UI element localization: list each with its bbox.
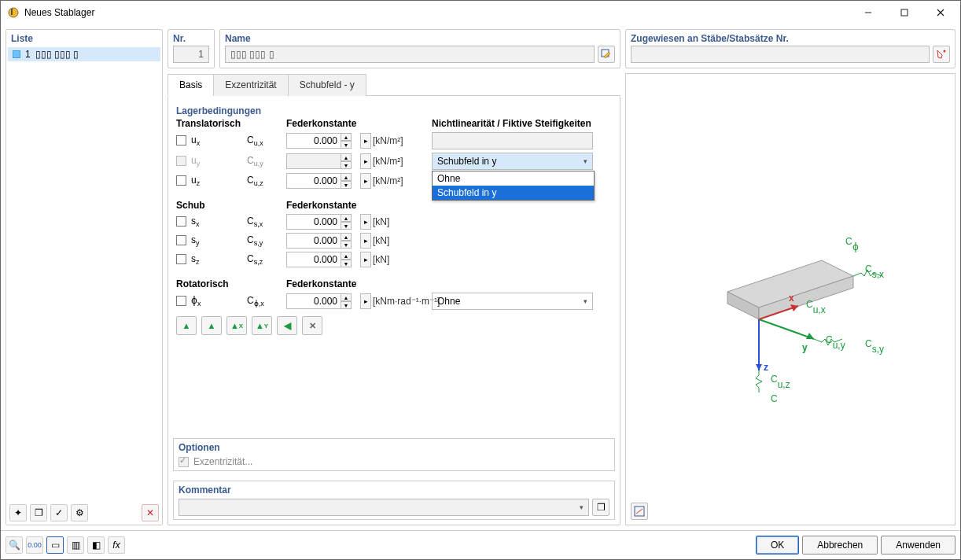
unit-csx: [kN] — [373, 216, 432, 227]
input-cuz[interactable] — [286, 173, 341, 189]
section-kommentar: Kommentar — [179, 484, 609, 496]
label-sz: sz — [191, 253, 200, 266]
label-phix: ϕx — [191, 295, 201, 308]
chk-sx[interactable] — [176, 216, 186, 227]
preset-2-button[interactable]: ▲ — [201, 316, 222, 335]
view1-button[interactable]: ▭ — [46, 536, 64, 554]
combo-phix-nonlin[interactable]: Ohne ▾ — [432, 293, 593, 310]
preset-y-button[interactable]: ▲Y — [252, 316, 272, 335]
minimize-button[interactable] — [850, 1, 886, 24]
preset-cross-button[interactable]: ✕ — [302, 316, 322, 335]
chk-uz[interactable] — [176, 175, 186, 186]
spin-csy[interactable]: ▲▼ — [341, 233, 352, 249]
combo-uy-nonlin[interactable]: Schubfeld in y ▾ Ohne Schubfeld in y — [432, 153, 593, 170]
hdr-nichtlinearitaet: Nichtlinearität / Fiktive Steifigkeiten — [432, 118, 612, 129]
spin-csx[interactable]: ▲▼ — [341, 214, 352, 230]
preview-diagram: z y x Cs,x Cϕ Cu,y — [688, 197, 893, 402]
label-sx: sx — [191, 216, 200, 228]
dialog-footer: 🔍 0.00 ▭ ▥ ◧ fx OK Abbrechen Anwenden — [1, 530, 960, 559]
input-cphix[interactable] — [286, 293, 341, 309]
hdr-schub: Schub — [176, 200, 247, 211]
expand-cux[interactable]: ▸ — [360, 133, 371, 149]
view2-button[interactable]: ▥ — [67, 536, 84, 554]
settings-button[interactable]: ⚙ — [71, 504, 88, 521]
unit-csy: [kN] — [373, 235, 432, 246]
nr-field[interactable]: 1 — [173, 46, 209, 63]
input-csz[interactable] — [286, 252, 341, 267]
combo-uy-option-ohne[interactable]: Ohne — [433, 171, 594, 186]
chk-ux[interactable] — [176, 135, 186, 146]
ok-button[interactable]: OK — [756, 536, 799, 554]
maximize-button[interactable] — [886, 1, 922, 24]
tab-basis[interactable]: Basis — [168, 74, 214, 96]
cancel-button[interactable]: Abbrechen — [802, 536, 878, 554]
label-exzentrizitaet: Exzentrizität... — [193, 456, 252, 467]
list-panel: Liste 1 ▯▯▯ ▯▯▯ ▯ ✦ ❐ ✓ ⚙ ✕ — [6, 29, 163, 525]
preset-sound-button[interactable]: ◀ — [277, 316, 297, 335]
delete-button[interactable]: ✕ — [142, 504, 159, 521]
spin-cux[interactable]: ▲▼ — [341, 133, 352, 149]
check-button[interactable]: ✓ — [50, 504, 68, 521]
input-csx[interactable] — [286, 214, 341, 230]
name-field[interactable]: ▯▯▯ ▯▯▯ ▯ — [225, 46, 595, 63]
nr-title: Nr. — [168, 30, 214, 46]
expand-cphix[interactable]: ▸ — [360, 293, 371, 309]
spin-csz[interactable]: ▲▼ — [341, 252, 352, 267]
help-button[interactable]: 🔍 — [6, 536, 23, 554]
pick-members-button[interactable] — [933, 46, 950, 63]
tab-exzentrizitaet[interactable]: Exzentrizität — [213, 74, 288, 96]
preview-settings-button[interactable] — [631, 503, 648, 520]
expand-csy[interactable]: ▸ — [360, 233, 371, 249]
hdr-federkonstante-1: Federkonstante — [286, 118, 432, 129]
expand-csx[interactable]: ▸ — [360, 214, 371, 230]
assign-field[interactable] — [631, 46, 930, 63]
label-uy: uy — [191, 155, 200, 168]
window-title: Neues Stablager — [24, 7, 850, 18]
section-optionen: Optionen — [179, 442, 609, 453]
svg-marker-12 — [756, 364, 762, 370]
svg-text:Cs,z: Cs,z — [771, 393, 790, 402]
copy-item-button[interactable]: ❐ — [30, 504, 47, 521]
svg-text:Cu,y: Cu,y — [826, 334, 845, 351]
view3-button[interactable]: ◧ — [87, 536, 105, 554]
fx-button[interactable]: fx — [108, 536, 125, 554]
apply-button[interactable]: Anwenden — [881, 536, 955, 554]
chevron-down-icon: ▾ — [580, 503, 584, 511]
expand-csz[interactable]: ▸ — [360, 252, 371, 267]
chk-phix[interactable] — [176, 296, 186, 306]
svg-text:Cϕ: Cϕ — [845, 236, 859, 252]
combo-phix-value: Ohne — [437, 296, 460, 307]
expand-cuz[interactable]: ▸ — [360, 173, 371, 189]
svg-text:x: x — [789, 293, 794, 304]
list-item[interactable]: 1 ▯▯▯ ▯▯▯ ▯ — [8, 47, 160, 61]
chk-sz[interactable] — [176, 254, 186, 264]
spin-cuy: ▲▼ — [341, 153, 352, 169]
hdr-federkonstante-3: Federkonstante — [286, 278, 432, 289]
expand-cuy[interactable]: ▸ — [360, 153, 371, 169]
list-title: Liste — [6, 30, 162, 46]
spin-cphix[interactable]: ▲▼ — [341, 293, 352, 309]
unit-cux: [kN/m²] — [373, 135, 432, 146]
tab-schubfeld-y[interactable]: Schubfeld - y — [288, 74, 366, 96]
combo-uy-option-schubfeld[interactable]: Schubfeld in y — [433, 186, 594, 200]
c-phix: Cϕ,x — [247, 295, 286, 308]
preset-row: ▲ ▲ ▲X ▲Y ◀ ✕ — [176, 316, 612, 335]
kommentar-library-button[interactable]: ❐ — [592, 499, 609, 516]
preset-x-button[interactable]: ▲X — [226, 316, 247, 335]
unit-cphix: [kNm·rad⁻¹·m⁻¹] — [373, 296, 432, 307]
close-button[interactable] — [922, 1, 959, 24]
c-ux: Cu,x — [247, 134, 286, 147]
units-button[interactable]: 0.00 — [26, 536, 43, 554]
kommentar-combo[interactable]: ▾ — [179, 499, 589, 516]
svg-text:Cu,x: Cu,x — [806, 299, 826, 315]
edit-name-button[interactable] — [598, 46, 615, 63]
input-cux[interactable] — [286, 133, 341, 149]
chk-sy[interactable] — [176, 235, 186, 245]
new-item-button[interactable]: ✦ — [9, 504, 27, 521]
list-item-color-icon — [13, 50, 20, 58]
preset-1-button[interactable]: ▲ — [176, 316, 197, 335]
label-ux: ux — [191, 134, 200, 147]
spin-cuz[interactable]: ▲▼ — [341, 173, 352, 189]
input-csy[interactable] — [286, 233, 341, 249]
app-icon — [7, 6, 20, 19]
